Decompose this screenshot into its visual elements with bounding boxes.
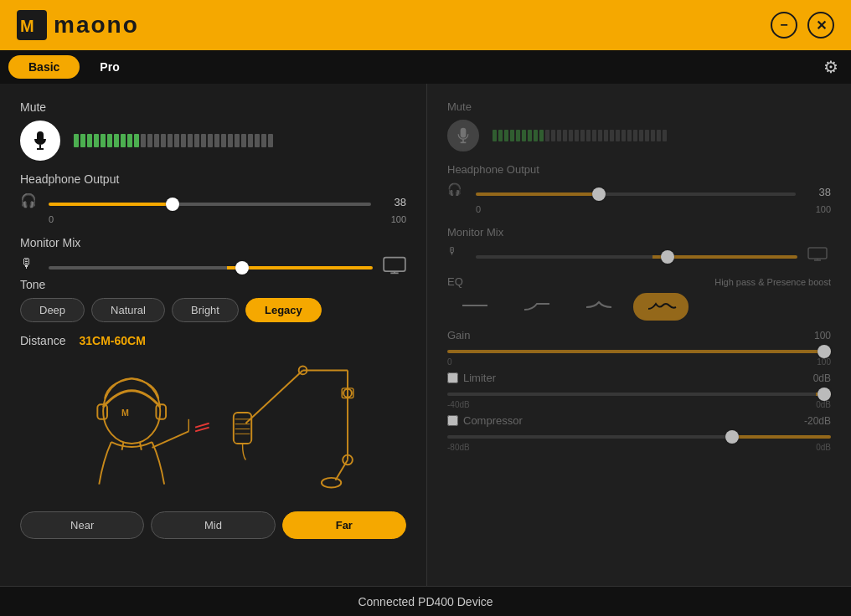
limiter-checkbox-label[interactable]: Limiter <box>447 372 496 384</box>
gain-section: Gain 100 0 100 <box>447 329 831 367</box>
left-panel: Mute <box>0 84 427 586</box>
level-bar <box>228 134 233 147</box>
distance-label: Distance <box>20 334 65 347</box>
level-bar-r <box>522 130 526 141</box>
monitor-slider-row-left: 🎙 <box>20 256 406 275</box>
limiter-checkbox[interactable] <box>447 372 458 383</box>
level-bar-r <box>493 130 497 141</box>
level-bar <box>208 134 213 147</box>
eq-label: EQ <box>447 275 463 288</box>
headphone-min-left: 0 <box>49 214 54 224</box>
level-bar <box>141 134 146 147</box>
monitor-mix-slider-right[interactable] <box>476 255 797 259</box>
level-bar-r <box>657 130 661 141</box>
level-bar-r <box>663 130 667 141</box>
level-bar <box>188 134 193 147</box>
level-bar <box>201 134 206 147</box>
level-bar-r <box>586 130 591 141</box>
tab-pro[interactable]: Pro <box>80 55 139 79</box>
monitor-icon <box>383 256 406 275</box>
compressor-slider[interactable] <box>447 435 831 439</box>
tone-btn-deep[interactable]: Deep <box>20 298 85 322</box>
limiter-section: Limiter 0dB -40dB 0dB <box>447 372 831 409</box>
level-bar-r <box>575 130 579 141</box>
eq-option-highpass[interactable] <box>509 293 565 321</box>
dist-btn-mid[interactable]: Mid <box>151 511 275 539</box>
logo-icon: M <box>17 10 47 40</box>
eq-presence-icon <box>582 297 616 314</box>
level-bar <box>147 134 152 147</box>
mic-button-left[interactable] <box>20 121 60 161</box>
level-meter-right <box>493 130 667 141</box>
tab-basic[interactable]: Basic <box>8 55 80 79</box>
level-bar <box>248 134 253 147</box>
svg-rect-7 <box>26 354 401 505</box>
tone-btn-natural[interactable]: Natural <box>91 298 165 322</box>
level-bar-r <box>627 130 632 141</box>
compressor-label: Compressor <box>463 414 523 427</box>
level-bar-r <box>528 130 532 141</box>
level-bar <box>94 134 99 147</box>
level-bar-r <box>639 130 643 141</box>
gain-min: 0 <box>447 357 452 367</box>
level-bar-r <box>563 130 567 141</box>
headphone-icon-right: 🎧 <box>447 182 466 201</box>
monitor-mix-label-right: Monitor Mix <box>447 226 831 239</box>
tone-btn-legacy[interactable]: Legacy <box>245 298 322 322</box>
gain-max: 100 <box>817 357 831 367</box>
headphone-output-slider-left[interactable] <box>49 203 371 206</box>
compressor-checkbox-label[interactable]: Compressor <box>447 414 523 427</box>
gain-label: Gain <box>447 329 470 341</box>
mic-icon-right <box>455 127 472 144</box>
limiter-label: Limiter <box>463 372 496 384</box>
limiter-slider[interactable] <box>447 393 831 396</box>
level-bar-r <box>498 130 503 141</box>
monitor-icon-r <box>807 247 828 262</box>
eq-option-presence[interactable] <box>571 293 627 321</box>
eq-option-legacy[interactable] <box>633 293 689 321</box>
level-bar-r <box>604 130 608 141</box>
eq-option-flat[interactable] <box>447 293 503 321</box>
dist-btn-near[interactable]: Near <box>20 511 144 539</box>
tone-btn-bright[interactable]: Bright <box>172 298 239 322</box>
level-meter-left <box>74 134 273 147</box>
compressor-header: Compressor -20dB <box>447 414 831 427</box>
compressor-checkbox[interactable] <box>447 415 458 426</box>
mic-button-right[interactable] <box>447 120 479 151</box>
headphone-output-slider-right[interactable] <box>476 192 796 196</box>
level-bar-r <box>551 130 555 141</box>
level-bar-r <box>592 130 596 141</box>
compressor-max: 0dB <box>816 443 831 452</box>
level-bar <box>134 134 139 147</box>
close-button[interactable]: ✕ <box>807 12 834 38</box>
status-text: Connected PD400 Device <box>358 595 493 608</box>
svg-rect-33 <box>808 248 827 259</box>
eq-legacy-icon <box>644 297 678 314</box>
limiter-range-labels: -40dB 0dB <box>447 400 831 409</box>
gain-slider[interactable] <box>447 350 831 353</box>
headphone-icon-left: 🎧 <box>20 192 39 211</box>
level-bar <box>121 134 126 147</box>
tone-buttons: Deep Natural Bright Legacy <box>20 298 406 322</box>
headphone-max-left: 100 <box>391 214 406 224</box>
settings-icon[interactable]: ⚙ <box>819 55 843 79</box>
distance-section: Distance 31CM-60CM <box>20 334 406 539</box>
gain-value: 100 <box>814 330 831 341</box>
level-bar-r <box>557 130 561 141</box>
level-bar <box>214 134 219 147</box>
monitor-icon-right-left <box>383 256 406 275</box>
monitor-mix-slider-left[interactable] <box>49 266 373 270</box>
level-bar-r <box>610 130 614 141</box>
headphone-slider-container-left <box>49 194 371 209</box>
dist-btn-far[interactable]: Far <box>282 511 406 539</box>
svg-text:M: M <box>121 408 129 418</box>
level-bar <box>114 134 119 147</box>
minimize-button[interactable]: − <box>771 12 797 38</box>
level-bar-r <box>580 130 585 141</box>
monitor-slider-row-right: 🎙 <box>447 245 831 264</box>
right-panel: Mute <box>427 84 851 586</box>
distance-illustration: M <box>20 354 406 505</box>
mute-label-left: Mute <box>20 100 406 114</box>
level-bar <box>80 134 85 147</box>
tone-section: Tone Deep Natural Bright Legacy <box>20 278 406 322</box>
